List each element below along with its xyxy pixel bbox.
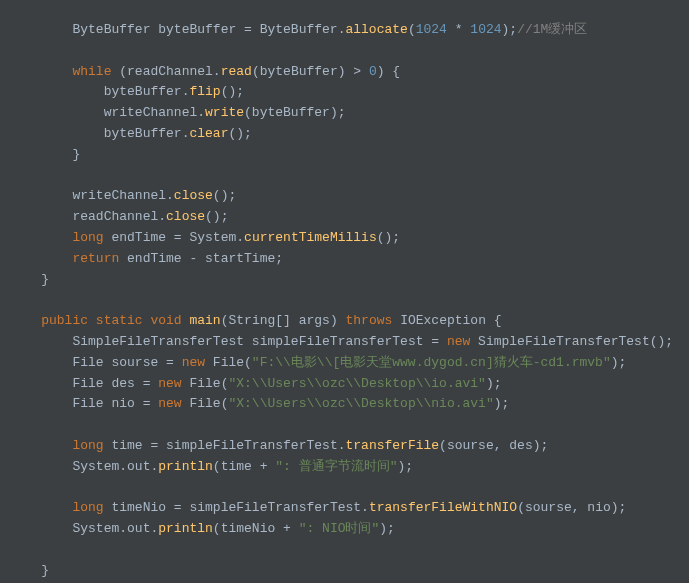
code-line: writeChannel.write(byteBuffer); (104, 105, 346, 120)
code-line: public static void main(String[] args) t… (41, 313, 501, 328)
code-line: readChannel.close(); (72, 209, 228, 224)
code-block: ByteBuffer byteBuffer = ByteBuffer.alloc… (10, 20, 679, 583)
code-line: byteBuffer.flip(); (104, 84, 244, 99)
code-line: long timeNio = simpleFileTransferTest.tr… (72, 500, 626, 515)
code-line: long endTime = System.currentTimeMillis(… (72, 230, 400, 245)
code-line: byteBuffer.clear(); (104, 126, 252, 141)
code-line: long time = simpleFileTransferTest.trans… (72, 438, 548, 453)
code-line: writeChannel.close(); (72, 188, 236, 203)
code-line: } (72, 147, 80, 162)
code-line: } (41, 563, 49, 578)
code-line: SimpleFileTransferTest simpleFileTransfe… (72, 334, 673, 349)
code-line: System.out.println(time + ": 普通字节流时间"); (72, 459, 413, 474)
code-line: return endTime - startTime; (72, 251, 283, 266)
code-line: System.out.println(timeNio + ": NIO时间"); (72, 521, 394, 536)
code-line: } (41, 272, 49, 287)
code-line: File nio = new File("X:\\Users\\ozc\\Des… (72, 396, 509, 411)
code-line: while (readChannel.read(byteBuffer) > 0)… (72, 64, 400, 79)
code-line: File sourse = new File("F:\\电影\\[电影天堂www… (72, 355, 626, 370)
code-line: File des = new File("X:\\Users\\ozc\\Des… (72, 376, 501, 391)
code-line: ByteBuffer byteBuffer = ByteBuffer.alloc… (72, 22, 587, 37)
